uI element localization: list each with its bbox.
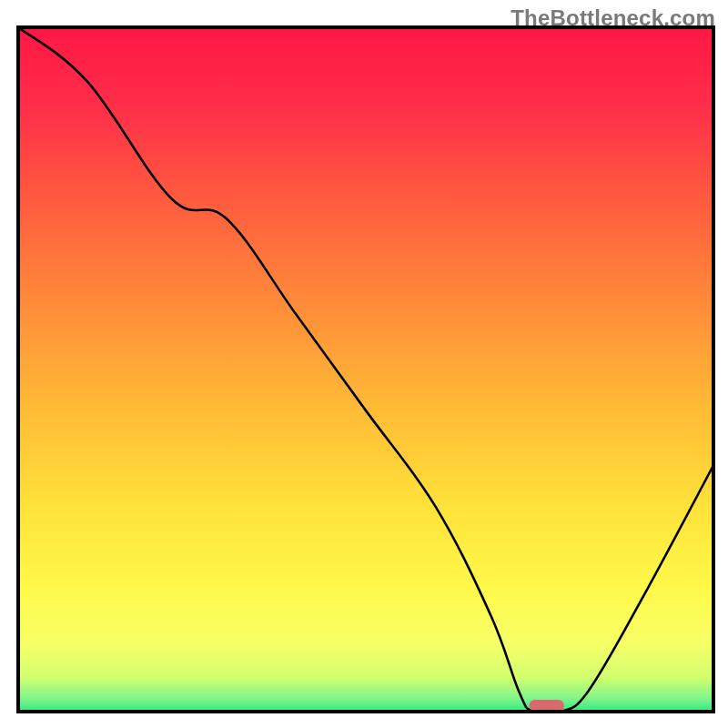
watermark-text: TheBottleneck.com [511, 5, 715, 31]
bottleneck-chart [0, 0, 728, 728]
chart-stage: TheBottleneck.com [0, 0, 728, 728]
plot-area [18, 27, 713, 714]
